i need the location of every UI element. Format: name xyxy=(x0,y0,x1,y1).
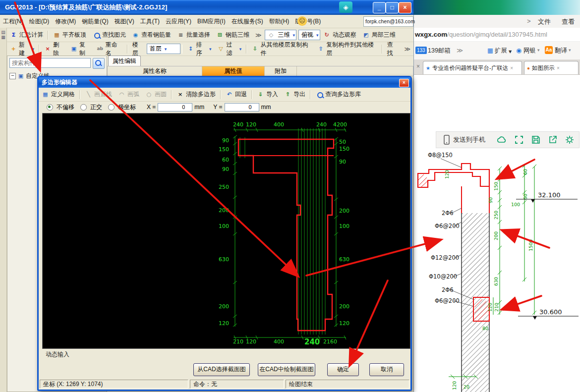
rebar-3d-button[interactable]: ⊞钢筋三维 xyxy=(213,28,252,42)
menu-version[interactable]: 版本号(B) xyxy=(292,17,324,26)
filter-button[interactable]: ▽过滤▾ xyxy=(214,42,244,56)
find-button[interactable]: 查找 xyxy=(384,42,402,56)
share-icon[interactable] xyxy=(548,135,558,145)
extensions-button[interactable]: 扩展 xyxy=(495,47,507,55)
menu-modify[interactable]: 修改(M) xyxy=(52,17,79,26)
extensions-dropdown-icon[interactable]: ▾ xyxy=(509,48,512,55)
maximize-button[interactable]: □ xyxy=(386,2,399,13)
copy-button[interactable]: ▣复制 xyxy=(67,42,94,56)
rename-button[interactable]: ab重命名 xyxy=(94,42,125,56)
menu-rebar-qty[interactable]: 钢筋量(Q) xyxy=(79,17,111,26)
list-icon: ≡ xyxy=(177,31,184,39)
cancel-button[interactable]: 取消 xyxy=(369,363,404,376)
browser-toolbar: 133 139邮箱 ≫ ▦ 扩展 ▾ ◉ 网银 ▾ Aa 翻译 ▾ xyxy=(414,42,580,60)
radio-no-offset[interactable] xyxy=(47,104,53,111)
toolbar-overflow[interactable]: ≫ xyxy=(401,42,413,56)
floor-select[interactable]: 首层▾ xyxy=(147,44,180,54)
y-input[interactable] xyxy=(225,103,259,112)
orbit-button[interactable]: ↻动态观察 xyxy=(320,28,359,42)
new-button[interactable]: +新建▾ xyxy=(7,42,37,56)
toolbar-overflow[interactable]: ≫ xyxy=(252,28,265,42)
minimize-button[interactable]: _ xyxy=(373,2,386,13)
emoji-face-icon[interactable]: ☹ xyxy=(297,16,307,26)
save-icon[interactable] xyxy=(531,135,541,145)
chevron-icon[interactable]: > xyxy=(527,17,531,25)
menu-help[interactable]: 帮助(H) xyxy=(266,17,292,26)
tab-close-icon[interactable]: × xyxy=(557,65,560,71)
col-prop-name[interactable]: 属性名称 xyxy=(108,66,202,76)
dialog-close-button[interactable]: × xyxy=(399,79,409,87)
translate-dropdown-icon[interactable]: ▾ xyxy=(569,48,571,53)
view-3d-dropdown[interactable]: ◇三维▾ xyxy=(265,30,297,40)
dim-label: 630 xyxy=(493,277,499,286)
sort-button[interactable]: ↕排序▾ xyxy=(184,42,214,56)
app-titlebar[interactable]: GGJ2013 - [D:\预结算及抽筋\广联达抽筋\测试-2.GGJ12] ◈… xyxy=(0,0,413,15)
send-to-phone-button[interactable]: 发送到手机 xyxy=(453,135,485,144)
draw-in-cad-button[interactable]: 在CAD中绘制截面图 xyxy=(258,363,315,376)
view-rebar-button[interactable]: ◉查看钢筋量 xyxy=(129,28,174,42)
address-bar[interactable]: wxgx.com/question/gimq/detail/1307945.ht… xyxy=(414,28,580,42)
overflow-icon[interactable]: ≫ xyxy=(457,47,463,54)
menu-tools[interactable]: 工具(T) xyxy=(137,17,163,26)
copy-to-floor-button[interactable]: ⇧复制构件到其他楼层 xyxy=(314,42,380,56)
bank-dropdown-icon[interactable]: ▾ xyxy=(537,48,540,53)
tab-as-shown[interactable]: ● 如图所示 × xyxy=(524,61,579,74)
pick-from-cad-button[interactable]: 从CAD选择截面图 xyxy=(193,363,250,376)
messenger-icon[interactable]: ◈ xyxy=(339,1,352,13)
tabstrip-close-icon[interactable]: × xyxy=(416,63,420,70)
col-prop-extra[interactable]: 附加 xyxy=(265,66,297,76)
dim-label: 200 xyxy=(219,303,229,310)
dialog-titlebar[interactable]: 多边形编辑器 xyxy=(39,77,410,88)
radio-polar[interactable] xyxy=(108,104,115,111)
dialog-toolbar: ▦定义网格 ╲画直线 ◠画弧 ○画圆 ×清除多边形 ↶回退 ⇓导入 ⇑导出 查询… xyxy=(39,88,410,102)
top-view-dropdown[interactable]: 俯视▾ xyxy=(298,30,320,40)
radio-ortho[interactable] xyxy=(80,104,87,111)
draw-circle-button[interactable]: ○画圆 xyxy=(142,88,170,101)
copy-from-floor-button[interactable]: ⇩从其他楼层复制构件 xyxy=(248,42,314,56)
partial-3d-button[interactable]: ◩局部三维 xyxy=(359,28,399,42)
define-grid-button[interactable]: ▦定义网格 xyxy=(39,88,78,101)
close-button[interactable]: × xyxy=(399,2,411,13)
browser-menu-view[interactable]: 查看 xyxy=(562,17,575,26)
batch-select-button[interactable]: ≡批量选择 xyxy=(174,28,213,42)
fullscreen-icon[interactable] xyxy=(514,135,524,145)
clear-polygon-button[interactable]: ×清除多边形 xyxy=(174,88,219,101)
tree-expander-icon[interactable]: − xyxy=(9,73,16,79)
draw-line-button[interactable]: ╲画直线 xyxy=(82,88,115,101)
delete-button[interactable]: ×删除 xyxy=(41,42,67,56)
menu-draw[interactable]: 绘图(D) xyxy=(26,17,53,26)
ok-button[interactable]: 确定 xyxy=(327,363,359,376)
account-dropdown[interactable]: forpk.chen@163.com xyxy=(363,16,413,27)
flush-slab-button[interactable]: ▦平齐板顶 xyxy=(50,28,89,42)
summarize-button[interactable]: Σ汇总计算 xyxy=(7,28,46,42)
search-button[interactable] xyxy=(93,58,105,69)
undo-icon: ↶ xyxy=(226,91,233,98)
bank-button[interactable]: 网银 xyxy=(523,47,536,55)
cloud-icon[interactable] xyxy=(496,135,507,145)
section-canvas[interactable]: 240 120 400 240 4200 210 120 400 240 216… xyxy=(42,113,410,349)
tab-property-edit[interactable]: 属性编辑 xyxy=(108,56,141,66)
tab-close-icon[interactable]: × xyxy=(510,65,513,71)
find-element-button[interactable]: 查找图元 xyxy=(89,28,129,42)
export-button[interactable]: ⇑导出 xyxy=(281,88,308,101)
draw-arc-button[interactable]: ◠画弧 xyxy=(115,88,142,101)
menu-online[interactable]: 在线服务(S) xyxy=(229,17,266,26)
dim-label: 60 xyxy=(222,157,229,163)
tab-question-platform[interactable]: ★ 专业造价问题答疑平台-广联达 × xyxy=(423,61,522,74)
import-button[interactable]: ⇓导入 xyxy=(254,88,281,101)
menu-view[interactable]: 视图(V) xyxy=(112,17,137,26)
search-input[interactable] xyxy=(9,58,91,68)
x-input[interactable] xyxy=(158,103,192,112)
browser-menu-file[interactable]: 文件 xyxy=(538,17,551,26)
status-coordinates: 坐标 (X: 1269 Y: 1074) xyxy=(40,380,188,389)
undo-button[interactable]: ↶回退 xyxy=(223,88,250,101)
menu-bim[interactable]: BIM应用(I) xyxy=(194,17,229,26)
menu-cloud[interactable]: 云应用(Y) xyxy=(163,17,194,26)
menu-project[interactable]: 工程(N) xyxy=(0,17,26,26)
parapet-detail-svg: 120 60 150 60 90 250 100 200 1500 630 12… xyxy=(414,149,580,392)
query-polygon-lib-button[interactable]: 查询多边形库 xyxy=(312,88,364,101)
mail-button[interactable]: 139邮箱 xyxy=(428,47,451,55)
col-prop-value[interactable]: 属性值 xyxy=(202,66,265,76)
translate-button[interactable]: 翻译 xyxy=(555,47,567,55)
settings-gear-icon[interactable] xyxy=(565,135,575,145)
